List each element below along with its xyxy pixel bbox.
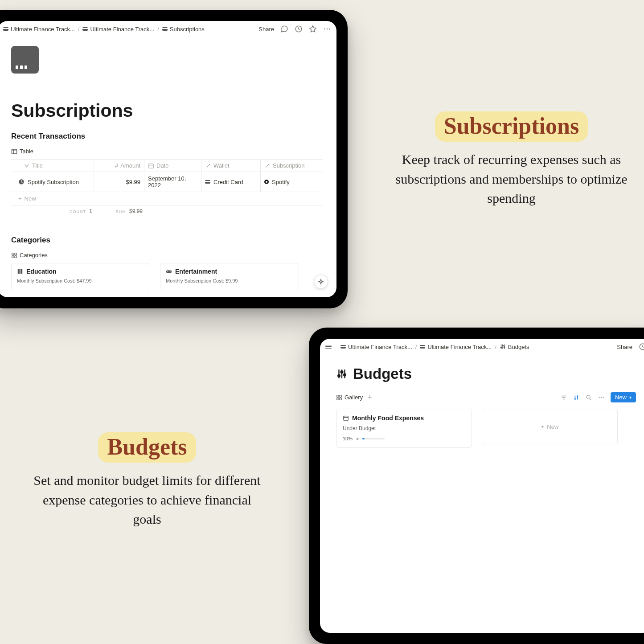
count-label: COUNT <box>70 209 86 214</box>
star-icon[interactable] <box>309 25 317 33</box>
new-button[interactable]: New ▾ <box>611 392 636 402</box>
breadcrumb-label: Subscriptions <box>170 26 205 33</box>
svg-rect-11 <box>166 270 172 273</box>
svg-point-26 <box>599 397 599 398</box>
col-label: Subscription <box>273 162 305 169</box>
view-tab-table[interactable]: Table <box>11 148 33 155</box>
progress-bar <box>362 438 385 439</box>
card-subtitle: Monthly Subscription Cost: $47.99 <box>17 278 144 283</box>
sort-icon[interactable] <box>573 394 580 401</box>
breadcrumb-label: Ultimate Finance Track... <box>348 344 412 350</box>
sliders-icon <box>336 368 348 380</box>
new-row-label: New <box>25 195 36 202</box>
table-head: Title # Amount Date Wallet <box>11 160 323 172</box>
svg-point-18 <box>338 375 340 377</box>
tablet-device-subscriptions: Ultimate Finance Track... / Ultimate Fin… <box>0 10 348 308</box>
cell-amount: $9.99 <box>94 172 144 192</box>
comment-icon[interactable] <box>280 25 288 33</box>
fab-button[interactable] <box>314 275 328 289</box>
col-wallet[interactable]: Wallet <box>201 160 261 172</box>
view-tab-categories[interactable]: Categories <box>11 252 48 258</box>
hash-icon: # <box>115 162 118 169</box>
svg-rect-21 <box>337 395 339 397</box>
promo-body: Keep track of recurring expenses such as… <box>392 150 631 208</box>
filter-icon[interactable] <box>561 394 568 401</box>
promo-body: Set and monitor budget limits for differ… <box>29 471 265 529</box>
svg-rect-7 <box>12 253 14 254</box>
breadcrumb-item[interactable]: Ultimate Finance Track... <box>82 26 154 33</box>
category-cards: Education Monthly Subscription Cost: $47… <box>11 263 323 289</box>
spotify-icon <box>264 180 269 184</box>
col-amount[interactable]: # Amount <box>94 160 144 172</box>
breadcrumb-label: Ultimate Finance Track... <box>427 344 492 350</box>
share-button[interactable]: Share <box>617 344 632 350</box>
search-icon[interactable] <box>586 394 593 401</box>
promo-title: Budgets <box>98 432 196 463</box>
budget-progress: 10% ◆ <box>343 436 465 441</box>
budget-card[interactable]: Monthly Food Expenses Under Budget 10% ◆ <box>336 409 472 448</box>
breadcrumb-item[interactable]: Ultimate Finance Track... <box>420 344 492 350</box>
category-card-entertainment[interactable]: Entertainment Monthly Subscription Cost:… <box>160 263 299 289</box>
table-row[interactable]: Spotify Subscription $9.99 September 10,… <box>11 172 323 192</box>
col-date[interactable]: Date <box>144 160 201 172</box>
card-subtitle: Monthly Subscription Cost: $9.99 <box>166 278 293 283</box>
chevron-down-icon: ▾ <box>629 395 632 400</box>
view-tabs: Categories <box>11 252 323 258</box>
svg-point-25 <box>587 395 590 399</box>
svg-point-19 <box>341 371 343 373</box>
add-view-button[interactable]: + <box>367 394 372 402</box>
new-card-label: New <box>547 423 558 430</box>
svg-point-13 <box>170 271 171 272</box>
breadcrumb-label: Budgets <box>508 344 529 350</box>
svg-point-14 <box>500 347 502 348</box>
svg-rect-9 <box>12 255 14 257</box>
svg-rect-8 <box>15 253 16 254</box>
breadcrumb-item[interactable]: Ultimate Finance Track... <box>3 26 75 33</box>
cell-subscription: Spotify <box>261 172 323 192</box>
more-icon[interactable] <box>598 394 605 401</box>
breadcrumb-item[interactable]: Budgets <box>500 344 529 350</box>
share-button[interactable]: Share <box>258 26 274 33</box>
new-row-button[interactable]: + New <box>11 192 323 205</box>
cell-title: Spotify Subscription <box>11 172 94 192</box>
col-subscription[interactable]: Subscription <box>261 160 323 172</box>
tablet-device-budgets: Ultimate Finance Track... / Ultimate Fin… <box>309 328 644 644</box>
more-icon[interactable] <box>323 25 331 33</box>
new-budget-card[interactable]: + New <box>482 409 618 444</box>
view-tabs: Gallery + <box>336 392 636 402</box>
breadcrumb-item[interactable]: Ultimate Finance Track... <box>340 344 412 350</box>
card-icon <box>340 345 346 349</box>
card-title-label: Entertainment <box>175 268 217 275</box>
card-icon <box>162 27 168 31</box>
card-icon <box>420 345 425 349</box>
screen: Ultimate Finance Track... / Ultimate Fin… <box>320 339 644 633</box>
clock-icon[interactable] <box>639 343 644 351</box>
transactions-table: Title # Amount Date Wallet <box>11 159 323 217</box>
view-tab-gallery[interactable]: Gallery <box>336 394 363 401</box>
svg-rect-23 <box>337 398 339 399</box>
progress-dot: ◆ <box>356 437 359 441</box>
menu-icon[interactable] <box>325 344 332 350</box>
clock-icon[interactable] <box>295 25 303 33</box>
breadcrumb: Ultimate Finance Track... / Ultimate Fin… <box>3 26 258 33</box>
card-icon <box>3 27 8 31</box>
budget-status: Under Budget <box>343 425 465 431</box>
view-tab-label: Gallery <box>345 394 363 401</box>
svg-point-17 <box>640 344 644 350</box>
col-label: Title <box>32 162 43 169</box>
svg-point-3 <box>329 29 330 30</box>
sum-value: $9.99 <box>129 208 143 214</box>
page-icon-credit-card[interactable] <box>11 46 39 74</box>
svg-rect-5 <box>149 164 154 168</box>
svg-rect-24 <box>340 398 341 399</box>
breadcrumb-item[interactable]: Subscriptions <box>162 26 205 33</box>
view-tab-label: Table <box>20 148 33 155</box>
section-title-categories: Categories <box>11 236 323 245</box>
category-card-education[interactable]: Education Monthly Subscription Cost: $47… <box>11 263 150 289</box>
breadcrumb: Ultimate Finance Track... / Ultimate Fin… <box>325 344 617 350</box>
view-tabs: Table <box>11 148 323 155</box>
card-icon <box>82 27 88 31</box>
breadcrumb-label: Ultimate Finance Track... <box>90 26 154 33</box>
col-title[interactable]: Title <box>11 160 94 172</box>
topbar-actions: Share <box>258 25 331 33</box>
